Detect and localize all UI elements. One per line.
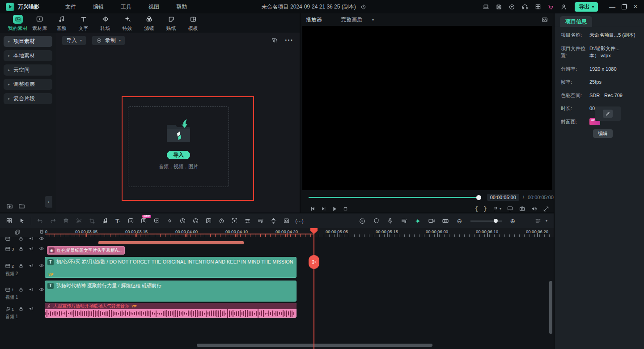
support-headset-icon[interactable]	[520, 2, 530, 12]
freeze-frame-icon[interactable]	[215, 216, 228, 226]
snapshot-icon[interactable]	[519, 205, 525, 212]
speaker-icon[interactable]	[28, 263, 34, 269]
record-dropdown-button[interactable]: 录制▾	[92, 36, 125, 45]
lock-icon[interactable]	[18, 286, 24, 293]
quality-dropdown[interactable]: 完整画质▾	[341, 16, 374, 24]
playhead-line[interactable]	[314, 228, 314, 349]
tab-stickers[interactable]: 贴纸	[160, 15, 182, 32]
tab-my-media[interactable]: 我的素材	[7, 15, 29, 32]
zoom-slider-knob[interactable]	[494, 219, 498, 223]
second-display-icon[interactable]	[507, 205, 513, 212]
zoom-in-icon[interactable]: ⊕	[506, 216, 519, 226]
adjust-icon[interactable]	[241, 216, 254, 226]
lock-icon[interactable]	[18, 237, 24, 242]
lock-icon[interactable]	[18, 306, 24, 312]
mark-shield-icon[interactable]	[370, 216, 383, 226]
cart-icon[interactable]	[546, 2, 556, 12]
sticker-tool-icon[interactable]	[124, 216, 137, 226]
keyframe-add-icon[interactable]	[228, 216, 241, 226]
cut-at-playhead-button[interactable]	[309, 255, 319, 269]
workspace-icon[interactable]	[481, 2, 491, 12]
menu-file[interactable]: 文件	[65, 3, 76, 11]
mark-in-icon[interactable]: {	[475, 205, 478, 212]
speaker-icon[interactable]	[28, 237, 34, 242]
clip-partial[interactable]	[98, 241, 244, 244]
timeline-ruler[interactable]: 00:00:02:20 00:00:03:05 00:00:03:15 00:0…	[0, 228, 554, 237]
tab-effects[interactable]: 特效	[116, 15, 138, 32]
select-tool-icon[interactable]	[16, 216, 29, 226]
horizontal-scrollbar[interactable]	[197, 344, 432, 347]
menu-help[interactable]: 帮助	[176, 3, 187, 11]
close-button[interactable]: ×	[631, 2, 640, 12]
import-dropdown-button[interactable]: 导入▾	[62, 36, 86, 45]
collapse-sidebar-button[interactable]: ‹	[45, 196, 52, 208]
video-viewport[interactable]	[302, 26, 552, 190]
clip-text-track1[interactable]: T 弘扬时代精神 凝聚前行力量 / 辉煌征程 砥砺前行	[45, 281, 297, 302]
audio-mixer-icon[interactable]	[254, 216, 267, 226]
fullscreen-icon[interactable]	[543, 206, 549, 212]
eye-icon[interactable]	[38, 237, 45, 242]
menu-tools[interactable]: 工具	[121, 3, 131, 11]
save-icon[interactable]	[494, 2, 504, 12]
undo-icon[interactable]	[34, 216, 47, 226]
autosave-status-icon[interactable]	[360, 4, 366, 10]
lock-icon[interactable]	[18, 246, 24, 252]
tab-stock-media[interactable]: 素材库	[29, 15, 51, 32]
lock-icon[interactable]	[18, 263, 24, 269]
folder-icon[interactable]	[18, 203, 25, 209]
more-tools-icon[interactable]: (···)	[293, 216, 306, 226]
export-button[interactable]: 导出▾	[575, 2, 598, 12]
color-wheel-icon[interactable]	[189, 216, 202, 226]
new-folder-icon[interactable]	[6, 203, 13, 209]
voiceover-mic-icon[interactable]	[384, 216, 397, 226]
tab-transition[interactable]: 转场	[94, 15, 116, 32]
crop-icon[interactable]	[85, 216, 98, 226]
scopes-icon[interactable]	[541, 16, 548, 25]
play-icon[interactable]	[331, 205, 338, 213]
previous-frame-icon[interactable]	[309, 205, 316, 212]
clip-audio-music[interactable]: 大型宣传片活动开场暖场大气背景音乐 VIP	[45, 303, 297, 318]
tab-text[interactable]: 文字	[72, 15, 94, 32]
speaker-icon[interactable]	[28, 246, 34, 252]
step-play-icon[interactable]	[320, 205, 327, 212]
filter-icon[interactable]	[271, 37, 278, 44]
mark-out-icon[interactable]: }	[483, 205, 487, 212]
speech-to-text-icon[interactable]	[150, 216, 163, 226]
ai-portrait-icon[interactable]	[202, 216, 215, 226]
zoom-slider[interactable]	[470, 221, 502, 221]
split-icon[interactable]	[72, 216, 85, 226]
paste-board-icon[interactable]	[14, 229, 21, 235]
delete-icon[interactable]	[59, 216, 72, 226]
edit-cover-button[interactable]: 编辑	[593, 129, 613, 138]
sidebar-item-local-media[interactable]: ▸ 本地素材	[4, 50, 52, 61]
edit-cover-pencil-icon[interactable]	[603, 110, 613, 118]
clip-sticker-title[interactable]: ◉ 红色背景标题文字片头字幕框A...	[47, 246, 125, 255]
audio-stretch-icon[interactable]	[398, 216, 411, 226]
account-icon[interactable]	[559, 2, 569, 12]
more-options-icon[interactable]: ···	[285, 36, 293, 44]
add-text-icon[interactable]: T.	[111, 216, 124, 226]
apps-grid-icon[interactable]	[533, 2, 543, 12]
sidebar-item-project-media[interactable]: ▸ 项目素材	[4, 36, 52, 47]
minimize-button[interactable]: —	[607, 2, 617, 12]
cover-thumbnail[interactable]	[595, 106, 621, 121]
zoom-out-icon[interactable]: ⊖	[453, 216, 466, 226]
upload-icon[interactable]	[507, 2, 517, 12]
eye-icon[interactable]	[38, 286, 45, 293]
translate-icon[interactable]: NEW	[137, 216, 150, 226]
marker-flag-icon[interactable]: ▾	[492, 206, 501, 212]
speaker-icon[interactable]	[28, 306, 34, 312]
clip-text-track2[interactable]: T 初/心/不/灭 岁/月/如/歌 / DO NOT FORGET THE OR…	[45, 257, 297, 278]
track-layout-chevron-icon[interactable]: ▾	[546, 219, 547, 223]
vertical-scrollbar[interactable]	[549, 281, 552, 334]
eye-icon[interactable]	[38, 246, 45, 252]
snap-magnet-icon[interactable]	[38, 229, 45, 235]
sidebar-item-adjustment-layer[interactable]: ▸ 调整图层	[4, 79, 52, 90]
motion-track-icon[interactable]	[267, 216, 280, 226]
beat-detect-icon[interactable]	[98, 216, 111, 226]
sidebar-item-cloud[interactable]: ▸ 云空间	[4, 64, 52, 76]
smart-cut-icon[interactable]	[411, 216, 424, 226]
fit-timeline-icon[interactable]	[439, 216, 452, 226]
keyframe-diamond-icon[interactable]	[163, 216, 176, 226]
tab-project-info[interactable]: 项目信息	[560, 16, 592, 27]
